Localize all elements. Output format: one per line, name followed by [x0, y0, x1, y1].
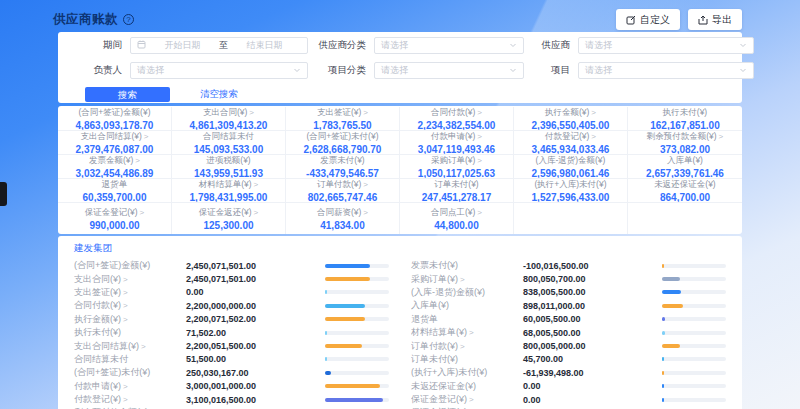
detail-row-value: 838,005,500.00 [523, 287, 662, 297]
filter-row-2: 负责人 请选择 项目分类 请选择 项目 请选择 [72, 62, 728, 79]
period-date-range-input[interactable]: 开始日期 至 结束日期 [130, 37, 308, 54]
stat-cell[interactable]: 订单付款(¥)>802,665,747.46 [286, 179, 400, 203]
detail-row-value: 800,050,700.00 [523, 274, 662, 284]
project-category-select[interactable]: 请选择 [374, 62, 524, 79]
stat-cell: (合同+签证)未付(¥)2,628,668,790.70 [286, 131, 400, 155]
drilldown-arrow-icon: > [123, 395, 128, 404]
bar-track [662, 371, 726, 375]
stat-cell[interactable]: 执行金额(¥)>2,396,550,405.00 [514, 107, 628, 131]
bar-track [325, 264, 389, 268]
detail-row-bar [325, 304, 389, 308]
drilldown-arrow-icon: > [123, 301, 128, 310]
stat-cell[interactable]: 采购订单(¥)>1,050,117,025.63 [400, 155, 514, 179]
detail-row[interactable]: 支出合同(¥)>2,450,071,501.00 [74, 272, 389, 285]
detail-row[interactable]: 付款登记(¥)>3,100,016,500.00 [74, 393, 389, 406]
customize-button[interactable]: 自定义 [616, 9, 680, 30]
detail-row[interactable]: 支出合同结算(¥)>2,200,051,500.00 [74, 339, 389, 352]
stat-cell-value: 2,596,980,061.46 [532, 168, 610, 179]
bar-track [662, 277, 726, 281]
stat-cell[interactable]: 付款登记(¥)>3,465,934,033.46 [514, 131, 628, 155]
drilldown-arrow-icon: > [141, 342, 146, 351]
export-button[interactable]: 导出 [688, 9, 742, 30]
filter-supplier: 供应商 请选择 [524, 37, 754, 54]
stat-cell[interactable]: 保证金返还(¥)>125,300.00 [172, 203, 286, 234]
detail-row-bar [325, 344, 389, 348]
detail-row-bar [662, 277, 726, 281]
detail-row[interactable]: 执行金额(¥)>2,200,071,502.00 [74, 313, 389, 326]
detail-row-value: 2,450,071,501.00 [186, 261, 325, 271]
supplier-category-placeholder: 请选择 [381, 39, 408, 52]
help-question-icon[interactable]: ? [123, 14, 134, 25]
detail-row[interactable]: 材料结算单(¥)>68,005,500.00 [411, 326, 726, 339]
detail-row-value: 800,005,000.00 [523, 341, 662, 351]
stats-grid: (合同+签证)金额(¥)4,863,093,178.70支出合同(¥)>4,86… [58, 106, 742, 234]
project-select[interactable]: 请选择 [578, 62, 754, 79]
detail-row: 执行未付(¥)71,502.00 [74, 326, 389, 339]
stat-cell-label: 合同点工(¥)> [431, 207, 482, 219]
detail-row[interactable]: 合同付款(¥)>2,200,000,000.00 [74, 299, 389, 312]
stat-cell-label: 进项税额(¥) [206, 155, 250, 167]
stat-cell[interactable]: 发票金额(¥)>3,032,454,486.89 [58, 155, 172, 179]
stat-cell[interactable]: 支出合同结算(¥)>2,379,476,087.00 [58, 131, 172, 155]
supplier-select[interactable]: 请选择 [578, 37, 754, 54]
supplier-category-select[interactable]: 请选择 [374, 37, 524, 54]
detail-row-value: 898,011,000.00 [523, 301, 662, 311]
stat-cell-value: 990,000.00 [89, 220, 139, 231]
owner-label: 负责人 [72, 64, 122, 77]
stat-cell[interactable]: 合同点工(¥)>44,800.00 [400, 203, 514, 234]
sidebar-collapse-handle[interactable] [0, 182, 7, 206]
stat-cell[interactable]: 材料结算单(¥)>1,798,431,995.00 [172, 179, 286, 203]
detail-row-value: 2,200,000,000.00 [186, 301, 325, 311]
detail-row[interactable]: 订单付款(¥)>800,005,000.00 [411, 339, 726, 352]
supplier-label: 供应商 [524, 39, 570, 52]
bar-fill [662, 317, 665, 321]
supplier-category-label: 供应商分类 [308, 39, 366, 52]
stat-cell-value: 162,167,851.00 [650, 120, 720, 131]
stat-cell-label: 合同薪资(¥)> [317, 207, 368, 219]
detail-row[interactable]: 保证金登记(¥)>0.00 [411, 393, 726, 406]
drilldown-arrow-icon: > [719, 132, 724, 141]
stat-cell-label: 执行金额(¥)> [545, 107, 596, 119]
stat-cell: (入库-退货)金额(¥)2,596,980,061.46 [514, 155, 628, 179]
stat-cell[interactable]: 付款申请(¥)>3,047,119,493.46 [400, 131, 514, 155]
detail-column-left: (合同+签证)金额(¥)2,450,071,501.00支出合同(¥)>2,45… [74, 259, 411, 409]
detail-row-value: 2,200,051,500.00 [186, 341, 325, 351]
stat-cell-value: 1,798,431,995.00 [190, 192, 268, 203]
export-icon [698, 15, 708, 25]
owner-select[interactable]: 请选择 [130, 62, 308, 79]
detail-row-bar [325, 264, 389, 268]
detail-row-label: (执行+入库)未付(¥) [411, 366, 523, 379]
stat-cell[interactable]: 支出合同(¥)>4,861,309,413.20 [172, 107, 286, 131]
drilldown-arrow-icon: > [254, 208, 259, 217]
detail-row: 订单未付(¥)45,700.00 [411, 353, 726, 366]
detail-row-label: 订单付款(¥)> [411, 340, 523, 353]
clear-search-link[interactable]: 清空搜索 [200, 88, 238, 101]
stat-cell[interactable]: 支出签证(¥)>1,783,765.50 [286, 107, 400, 131]
drilldown-arrow-icon: > [249, 108, 254, 117]
bar-track [325, 371, 389, 375]
stat-cell[interactable]: 合同付款(¥)>2,234,382,554.00 [400, 107, 514, 131]
detail-row[interactable]: 支出签证(¥)>0.00 [74, 286, 389, 299]
detail-row-bar [325, 384, 389, 388]
detail-row[interactable]: 采购订单(¥)>800,050,700.00 [411, 272, 726, 285]
stat-cell-value: 2,396,550,405.00 [532, 120, 610, 131]
supplier-placeholder: 请选择 [585, 39, 612, 52]
stat-cell[interactable]: 剩余预付款金额(¥)>373,082.00 [628, 131, 742, 155]
chevron-down-icon [509, 66, 517, 76]
detail-row-value: 68,005,500.00 [523, 328, 662, 338]
stat-cell[interactable]: 保证金登记(¥)>990,000.00 [58, 203, 172, 234]
stat-cell-value: 41,834.00 [320, 220, 365, 231]
filter-actions: 搜索 清空搜索 [72, 87, 728, 102]
stat-cell-value: 2,657,339,761.46 [646, 168, 724, 179]
stat-cell[interactable]: 合同薪资(¥)>41,834.00 [286, 203, 400, 234]
detail-row-label: (合同+签证)金额(¥) [74, 259, 186, 272]
bar-track [325, 357, 389, 361]
group-title-link[interactable]: 建发集团 [58, 236, 742, 259]
detail-row-bar [662, 290, 726, 294]
detail-row-bar [662, 357, 726, 361]
drilldown-arrow-icon: > [591, 108, 596, 117]
stat-cell-value: 3,465,934,033.46 [532, 144, 610, 155]
bar-fill [325, 277, 370, 281]
search-button[interactable]: 搜索 [85, 87, 170, 102]
detail-row[interactable]: 付款申请(¥)>3,000,001,000.00 [74, 380, 389, 393]
